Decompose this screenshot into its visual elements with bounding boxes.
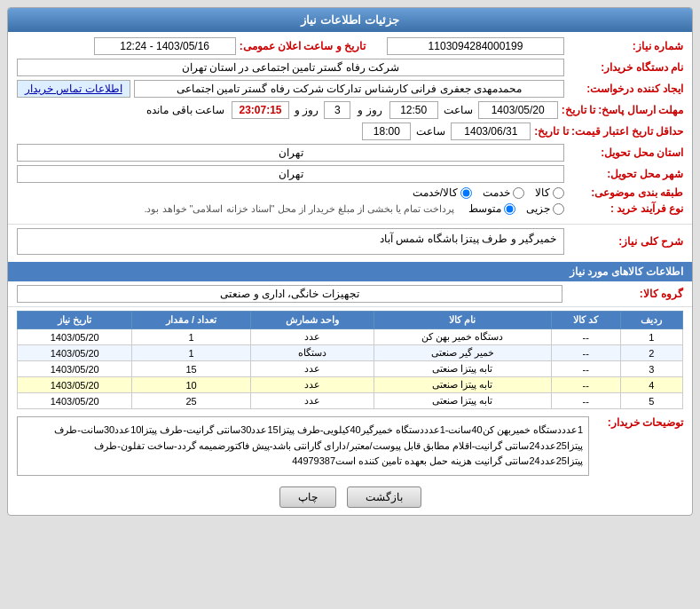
validity-time-sep: ساعت [416,125,445,138]
deadline-label: مهلت ارسال پاسخ: تا تاریخ: [562,104,683,116]
table-row: 5--تابه پیتزا صنعتیعدد251403/05/20 [18,393,683,409]
deadline-row: مهلت ارسال پاسخ: تا تاریخ: 1403/05/20 سا… [17,101,683,119]
group-value: تجهیزات خانگی، اداری و صنعتی [17,285,562,303]
deadline-time: 12:50 [389,101,438,119]
category-radio-3[interactable] [460,187,472,199]
cell-date: 1403/05/20 [18,393,132,409]
category-row: طبقه بندی موضوعی: کالا خدمت کالا/خدمت [17,186,683,199]
col-name: نام کالا [374,312,551,329]
deadline-remaining: 23:07:15 [232,101,289,119]
cell-code: -- [551,377,620,393]
cell-name: خمیر گیر صنعتی [374,345,551,361]
notes-label: توضیحات خریدار: [594,416,683,429]
cell-code: -- [551,329,620,345]
category-radio-group: کالا خدمت کالا/خدمت [413,186,564,199]
cell-code: -- [551,361,620,377]
needs-desc-row: شرح کلی نیاز: خمیرگیر و طرف پیتزا باشگاه… [8,225,692,258]
purchase-type-option-2[interactable]: متوسط [468,202,515,215]
purchase-type-radio-2[interactable] [504,203,515,215]
goods-section-title: اطلاعات کالاهای مورد نیاز [8,262,692,281]
cell-qty: 1 [132,329,250,345]
category-label-1: کالا [535,186,550,199]
purchase-note: پرداخت تمام یا بخشی از مبلغ خریدار از مح… [144,203,454,215]
cell-id: 3 [620,361,682,377]
contact-link[interactable]: اطلاعات تماس خریدار [17,80,130,98]
purchase-type-radio-group: جزیی متوسط [468,202,564,215]
category-radio-2[interactable] [513,187,524,199]
date-value: 1403/05/16 - 12:24 [94,37,236,55]
cell-name: تابه پیتزا صنعتی [374,393,551,409]
deadline-time-sep: ساعت [444,104,473,116]
col-code: کد کالا [551,312,620,329]
cell-qty: 15 [132,361,250,377]
table-row: 3--تابه پیتزا صنعتیعدد151403/05/20 [18,361,683,377]
goods-table-wrapper: ردیف کد کالا نام کالا واحد شمارش تعداد /… [8,307,692,413]
creator-value: محمدمهدی جعفری فرانی کارشناس تداركات شرك… [134,80,564,98]
purchase-type-label: نوع فرآیند خرید : [568,202,683,215]
cell-unit: عدد [250,361,374,377]
needs-desc-label: شرح کلی نیاز: [568,235,683,248]
category-label-3: کالا/خدمت [413,186,458,199]
order-number-row: شماره نیاز: 1103094284000199 تاریخ و ساع… [17,37,683,55]
cell-code: -- [551,345,620,361]
buyer-row: نام دستگاه خریدار: شرکت رفاه گستر تامین … [17,59,683,76]
category-option-3[interactable]: کالا/خدمت [413,186,472,199]
page-title: جزئیات اطلاعات نیاز [301,13,398,27]
deadline-remaining-sep: روز و [295,104,319,116]
cell-qty: 1 [132,345,250,361]
cell-code: -- [551,393,620,409]
cell-id: 5 [620,393,682,409]
notes-section: توضیحات خریدار: 1عدددستگاه خمیربهن کن40س… [8,413,692,479]
back-button[interactable]: بازگشت [347,486,421,508]
cell-id: 1 [620,329,682,345]
purchase-type-row: نوع فرآیند خرید : جزیی متوسط پرداخت تمام… [17,202,683,215]
col-unit: واحد شمارش [250,312,374,329]
validity-label: حداقل تاریخ اعتبار قیمت: تا تاریخ: [534,125,683,138]
cell-date: 1403/05/20 [18,377,132,393]
purchase-type-option-1[interactable]: جزیی [526,202,564,215]
category-option-2[interactable]: خدمت [483,186,524,199]
table-row: 1--دستگاه خمیر بهن کنعدد11403/05/20 [18,329,683,345]
col-id: ردیف [620,312,682,329]
page-header: جزئیات اطلاعات نیاز [8,8,692,32]
deadline-days: 3 [324,101,350,119]
info-section: شماره نیاز: 1103094284000199 تاریخ و ساع… [8,32,692,225]
validity-row: حداقل تاریخ اعتبار قیمت: تا تاریخ: 1403/… [17,123,683,140]
cell-name: تابه پیتزا صنعتی [374,361,551,377]
deadline-remaining-label: ساعت باقی مانده [146,104,224,116]
cell-unit: دستگاه [250,345,374,361]
deadline-date: 1403/05/20 [478,101,558,119]
table-row: 2--خمیر گیر صنعتیدستگاه11403/05/20 [18,345,683,361]
creator-row: ایجاد کننده درخواست: محمدمهدی جعفری فران… [17,80,683,98]
buyer-label: نام دستگاه خریدار: [568,61,683,74]
group-row: گروه کالا: تجهیزات خانگی، اداری و صنعتی [8,281,692,307]
date-label: تاریخ و ساعت اعلان عمومی: [240,40,366,52]
cell-date: 1403/05/20 [18,345,132,361]
purchase-type-radio-1[interactable] [553,203,564,215]
validity-date: 1403/06/31 [451,123,531,140]
cell-name: دستگاه خمیر بهن کن [374,329,551,345]
province-row: استان محل تحویل: تهران [17,144,683,162]
order-number-value: 1103094284000199 [387,37,564,55]
col-qty: تعداد / مقدار [132,312,250,329]
button-row: بازگشت چاپ [8,479,692,515]
table-row: 4--تابه پیتزا صنعتیعدد101403/05/20 [18,377,683,393]
creator-label: ایجاد کننده درخواست: [568,83,683,95]
group-label: گروه کالا: [568,288,683,300]
cell-id: 2 [620,345,682,361]
validity-time: 18:00 [362,123,411,140]
cell-date: 1403/05/20 [18,329,132,345]
cell-id: 4 [620,377,682,393]
notes-text: 1عدددستگاه خمیربهن کن40سانت-1عدددستگاه خ… [17,416,589,476]
deadline-days-label: روز و [358,104,381,116]
purchase-type-label-1: جزیی [526,202,550,215]
cell-date: 1403/05/20 [18,361,132,377]
city-value: تهران [17,165,564,183]
category-radio-1[interactable] [553,187,564,199]
needs-desc-value: خمیرگیر و طرف پیتزا باشگاه شمس آباد [17,228,564,255]
category-option-1[interactable]: کالا [535,186,564,199]
print-button[interactable]: چاپ [279,486,336,508]
city-row: شهر محل تحویل: تهران [17,165,683,183]
cell-name: تابه پیتزا صنعتی [374,377,551,393]
category-label: طبقه بندی موضوعی: [568,186,683,199]
